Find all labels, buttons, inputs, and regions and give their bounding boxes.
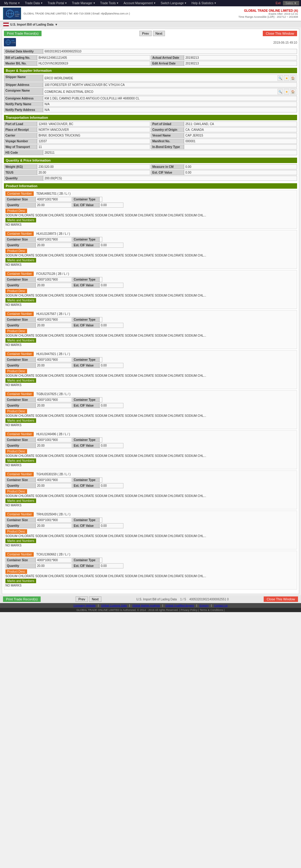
footer-link-customs[interactable]: Global Customs Data [101, 604, 127, 607]
qty-value-3: 20.00 [35, 323, 72, 328]
container-type-label-7: Container Type [72, 477, 99, 483]
footer-links: Company Website | Global Customs Data | … [0, 603, 301, 608]
qty-value-0: 20.00 [35, 203, 72, 208]
expire-info: Expire After: 2019-12-31 [238, 12, 298, 16]
header: GTC GLOBAL TRADE GLOBAL TRADE ONLINE LIM… [0, 6, 301, 22]
logo-image: GTC GLOBAL TRADE [3, 7, 21, 20]
time-range: Time Range Accessible (LDR) : 202712 ~ 2… [238, 16, 298, 19]
notify-addr-row: Notify Party Address N/A [4, 107, 297, 113]
nav-item-language[interactable]: Switch Language ▼ [158, 1, 189, 6]
vessel-right: Vessel Name CAP JER015 [151, 133, 297, 138]
nav-item-home[interactable]: My Home ▼ [2, 1, 23, 6]
marks-value-0: NO MARKS [5, 223, 296, 226]
marks-label-8: Marks and Numbers [5, 538, 36, 543]
buyer-supplier-header: Buyer & Supplier Information [4, 68, 297, 73]
footer-link-contact[interactable]: Contact Us [214, 604, 228, 607]
product-desc-label-5: Product Desc [5, 409, 27, 413]
house-icon-btn[interactable]: 🏠 [290, 75, 296, 81]
container-number-label-2: Container Number [5, 272, 34, 276]
qty-label-4: Quantity [5, 363, 35, 368]
nav-item-exit[interactable]: Exit [273, 1, 283, 6]
nav-item-account[interactable]: Account Management ▼ [121, 1, 158, 6]
prev-button-bottom[interactable]: Prev [75, 596, 88, 602]
cif-value-1: 0.00 [99, 243, 124, 248]
nav-item-trade-tools[interactable]: Trade Tools ▼ [98, 1, 121, 6]
hs-code-row: HS Code 282511 [4, 150, 297, 155]
container-size-value-8: 4000*1001*900 [35, 518, 72, 523]
consignee-label: Consignee Name [4, 88, 43, 95]
global-data-label: Global Data Identity [4, 49, 43, 54]
container-item-9: Container Number TCKU1360662 ( 2B / L / … [4, 551, 297, 590]
product-desc-text-6: SODIUM CHLORATE SODIUM CHLORATE SODIUM C… [5, 454, 296, 458]
country-origin-value: CA: CANADA [184, 127, 297, 132]
nav-arrow-home: ▼ [18, 2, 20, 4]
footer-link-company[interactable]: Company Website [73, 604, 95, 607]
cif-value-8: 0.00 [99, 523, 124, 528]
container-size-value-1: 4000*1001*900 [35, 237, 72, 242]
hs-code-label: HS Code [4, 150, 43, 155]
product-desc-text-8: SODIUM CHLORATE SODIUM CHLORATE SODIUM C… [5, 534, 296, 538]
us-flag [3, 22, 9, 27]
next-button-bottom[interactable]: Next [89, 596, 101, 602]
container-item-1: Container Number HLKU2138973 ( 2B / L / … [4, 230, 297, 269]
nav-item-trade-data[interactable]: Trade Data ▼ [23, 1, 45, 6]
footer-link-market[interactable]: Global Market Analysis [132, 604, 160, 607]
inbond-label: In-Bond Entry Type [151, 144, 184, 150]
edit-arrival-label: Edit Arrival Date [151, 61, 184, 66]
nav-label-help: Help & Statistics [192, 1, 213, 5]
close-button-bottom[interactable]: Close This Window [264, 596, 298, 602]
marks-label-7: Marks and Numbers [5, 498, 36, 503]
bol-label: Bill of Lading No. [4, 55, 37, 60]
qty-label-5: Quantity [5, 403, 35, 408]
consignee-star-icon[interactable]: ★ [284, 89, 289, 94]
cif-label-1: Est. CIF Value [72, 243, 99, 248]
marks-value-2: NO MARKS [5, 303, 296, 307]
global-data-value: 6002019021400006025510 [43, 49, 297, 54]
footer-link-buyers[interactable]: Global Qualified Buyers [166, 604, 194, 607]
product-desc-label-3: Product Desc [5, 329, 27, 333]
qty-value-1: 20.00 [35, 243, 72, 248]
country-origin-right: Country of Origin CA: CANADA [151, 127, 297, 132]
teus-label: TEUS [4, 170, 37, 175]
consignee-house-icon[interactable]: 🏠 [290, 89, 296, 94]
nav-item-trade-manager[interactable]: Trade Manager ▼ [70, 1, 98, 6]
print-button-top[interactable]: Print Trade Record(s) [4, 31, 41, 36]
main-content: Print Trade Record(s) Prev Next Close Th… [2, 29, 299, 594]
close-button-top[interactable]: Close This Window [263, 31, 297, 36]
transportation-section: Transportation Information Port of Load … [4, 115, 297, 155]
container-item-0: Container Number TEMU4881701 ( 2B / L / … [4, 190, 297, 229]
next-button-top[interactable]: Next [153, 31, 165, 36]
marks-label-3: Marks and Numbers [5, 338, 36, 343]
qty-value-5: 20.00 [35, 403, 72, 408]
marks-label-9: Marks and Numbers [5, 579, 36, 583]
port-unlad-value: 2511: OAKLAND, CA [184, 121, 297, 127]
qty-value-7: 20.00 [35, 483, 72, 488]
product-desc-label-7: Product Desc [5, 489, 27, 494]
qty-label-2: Quantity [5, 283, 35, 288]
footer-link-enquiry[interactable]: Enquiry [200, 604, 209, 607]
nav-item-help[interactable]: Help & Statistics ▼ [189, 1, 219, 6]
container-type-label-4: Container Type [72, 357, 99, 362]
shipper-addr-label: Shipper Address [4, 82, 43, 87]
star-icon-btn[interactable]: ★ [284, 75, 289, 81]
container-item-4: Container Number HLKU3447921 ( 2B / L / … [4, 350, 297, 389]
product-desc-label-6: Product Desc [5, 449, 27, 454]
container-size-label-3: Container Size [5, 317, 35, 322]
marks-label-0: Marks and Numbers [5, 218, 36, 222]
marks-value-8: NO MARKS [5, 544, 296, 547]
sales-button[interactable]: Sales ▼ [283, 1, 299, 5]
notify-addr-label: Notify Party Address [4, 107, 43, 113]
consignee-search-icon[interactable]: 🔍 [277, 89, 283, 94]
container-type-label-1: Container Type [72, 237, 99, 242]
cif-value-9: 0.00 [99, 563, 124, 568]
pagination-info: U.S. Import Bill of Lading Data 1 / 5 40… [136, 598, 229, 601]
search-icon-btn[interactable]: 🔍 [277, 75, 283, 81]
nav-arrow-help: ▼ [214, 2, 216, 4]
container-type-value-2 [99, 277, 102, 282]
print-button-bottom[interactable]: Print Trade Record(s) [3, 596, 41, 602]
nav-item-trade-portal[interactable]: Trade Portal ▼ [45, 1, 70, 6]
cif-value-5: 0.00 [99, 403, 124, 408]
prev-button-top[interactable]: Prev [139, 31, 152, 36]
container-item-3: Container Number HLKU1267567 ( 2B / L / … [4, 310, 297, 349]
svg-text:GLOBAL: GLOBAL [15, 13, 20, 15]
